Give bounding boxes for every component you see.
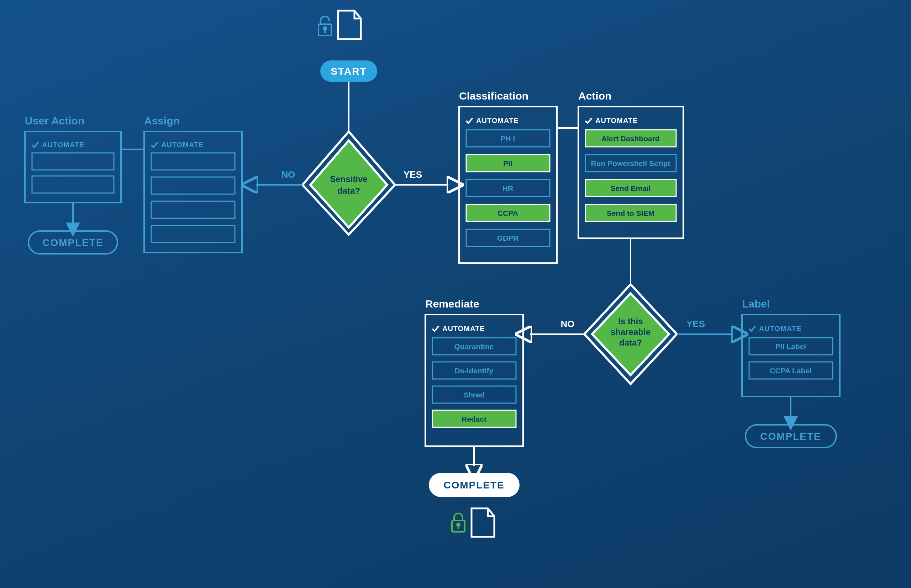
automate-label: AUTOMATE bbox=[161, 141, 204, 149]
automate-label: AUTOMATE bbox=[443, 325, 485, 333]
svg-text:Alert Dashboard: Alert Dashboard bbox=[601, 134, 660, 142]
svg-text:Quarantine: Quarantine bbox=[454, 342, 494, 351]
svg-text:Redact: Redact bbox=[462, 415, 486, 423]
automate-label: AUTOMATE bbox=[595, 116, 638, 124]
panel-user-action: User Action AUTOMATE bbox=[25, 115, 121, 203]
complete-label: COMPLETE bbox=[42, 237, 104, 248]
decision-shareable-data: Is this shareable data? bbox=[584, 284, 677, 384]
complete-label: COMPLETE bbox=[443, 480, 505, 491]
svg-text:HR: HR bbox=[503, 184, 513, 192]
locked-doc-icon bbox=[452, 508, 494, 537]
panel-user-action-title: User Action bbox=[25, 115, 84, 126]
svg-marker-5 bbox=[310, 141, 387, 228]
complete-label: COMPLETE bbox=[760, 431, 821, 442]
yes-label-2: YES bbox=[686, 318, 705, 329]
panel-classification-title: Classification bbox=[459, 90, 528, 102]
panel-classification: Classification AUTOMATE PH I PII HR CCPA… bbox=[459, 90, 557, 263]
complete-user-action: COMPLETE bbox=[28, 231, 117, 254]
svg-text:GDPR: GDPR bbox=[497, 234, 519, 242]
svg-text:PH I: PH I bbox=[501, 134, 515, 142]
svg-rect-8 bbox=[144, 131, 242, 252]
svg-text:Send to SIEM: Send to SIEM bbox=[607, 209, 655, 217]
panel-assign-title: Assign bbox=[144, 115, 180, 126]
no-label-1: NO bbox=[282, 169, 295, 180]
decision1-line1: Sensitive bbox=[330, 174, 367, 184]
panel-remediate-title: Remediate bbox=[425, 298, 479, 310]
flow-diagram: START Sensitive data? NO YES User Action… bbox=[0, 0, 911, 588]
assign-item-1 bbox=[151, 153, 235, 170]
svg-point-1 bbox=[324, 27, 326, 30]
no-label-2: NO bbox=[561, 318, 575, 329]
check-icon bbox=[466, 118, 473, 123]
start-node: START bbox=[320, 60, 377, 82]
user-action-item-2 bbox=[32, 176, 114, 193]
svg-text:Shred: Shred bbox=[463, 391, 485, 399]
panel-label-title: Label bbox=[742, 298, 770, 310]
panel-action: Action AUTOMATE Alert Dashboard Run Powe… bbox=[578, 90, 683, 238]
check-icon bbox=[151, 142, 158, 147]
assign-item-4 bbox=[151, 225, 235, 242]
decision2-line1: Is this bbox=[618, 317, 643, 326]
panel-remediate: Remediate AUTOMATE Quarantine De-identif… bbox=[425, 298, 523, 446]
check-icon bbox=[432, 326, 439, 331]
user-action-item-1 bbox=[32, 153, 114, 170]
panel-assign: Assign AUTOMATE bbox=[144, 115, 242, 252]
unlocked-doc-icon bbox=[318, 11, 361, 39]
decision-sensitive-data: Sensitive data? bbox=[303, 131, 395, 235]
check-icon bbox=[585, 118, 592, 123]
complete-remediate: COMPLETE bbox=[429, 473, 520, 497]
assign-item-2 bbox=[151, 177, 235, 194]
decision1-line2: data? bbox=[337, 186, 360, 195]
svg-text:CCPA: CCPA bbox=[498, 209, 518, 217]
automate-label: AUTOMATE bbox=[42, 141, 84, 149]
start-label: START bbox=[331, 66, 366, 77]
svg-text:De-identify: De-identify bbox=[455, 367, 494, 375]
automate-label: AUTOMATE bbox=[476, 116, 519, 124]
svg-text:CCPA Label: CCPA Label bbox=[770, 367, 812, 375]
check-icon bbox=[749, 326, 755, 331]
svg-text:Run Powershell Script: Run Powershell Script bbox=[591, 159, 670, 168]
complete-label-node: COMPLETE bbox=[746, 425, 836, 447]
check-icon bbox=[32, 142, 39, 147]
decision2-line3: data? bbox=[619, 338, 642, 347]
automate-label: AUTOMATE bbox=[759, 325, 801, 333]
svg-text:Send Email: Send Email bbox=[610, 184, 650, 192]
assign-item-3 bbox=[151, 201, 235, 218]
decision2-line2: shareable bbox=[611, 327, 650, 337]
svg-point-29 bbox=[457, 523, 460, 526]
svg-text:PII Label: PII Label bbox=[775, 342, 806, 351]
svg-text:PII: PII bbox=[503, 159, 512, 168]
panel-action-title: Action bbox=[578, 90, 611, 102]
yes-label-1: YES bbox=[404, 169, 422, 180]
panel-label: Label AUTOMATE PII Label CCPA Label bbox=[742, 298, 840, 396]
